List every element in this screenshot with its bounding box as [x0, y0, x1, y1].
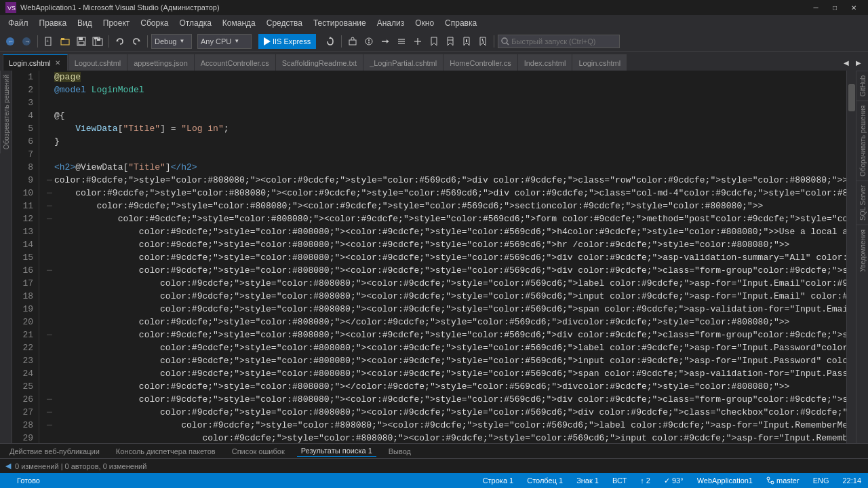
collapse-icon-12[interactable]: ─ — [45, 212, 54, 225]
status-lang[interactable]: ENG — [810, 476, 832, 485]
code-line-9: ─color:#9cdcfe;">style="color:#808080;">… — [42, 174, 844, 187]
status-sign[interactable]: Знак 1 — [574, 476, 601, 485]
new-file-button[interactable]: + — [41, 34, 56, 49]
tab-account-controller[interactable]: AccountController.cs — [195, 54, 275, 71]
attach-button[interactable] — [345, 34, 360, 49]
toolbar-btn-10[interactable] — [459, 34, 474, 49]
debug-mode-dropdown[interactable]: Debug ▼ — [151, 34, 192, 49]
toolbar-btn-6[interactable] — [378, 34, 393, 49]
redo-button[interactable] — [129, 34, 144, 49]
menu-help[interactable]: Справка — [439, 15, 482, 31]
cpu-dropdown[interactable]: Any CPU ▼ — [197, 34, 252, 49]
bottom-tab-errors[interactable]: Список ошибок — [228, 446, 289, 457]
code-area[interactable]: @page@model LoginModel@{ ViewData["Title… — [39, 71, 846, 443]
collapse-icon-21[interactable]: ─ — [45, 329, 54, 341]
menu-build[interactable]: Сборка — [135, 15, 174, 31]
vertical-scrollbar[interactable] — [846, 71, 856, 443]
status-ready[interactable]: Готово — [4, 476, 43, 485]
menu-view[interactable]: Вид — [72, 15, 98, 31]
quick-launch-input[interactable] — [511, 37, 616, 45]
collapse-icon-10[interactable]: ─ — [45, 187, 54, 200]
line-number-21: 21 — [15, 329, 33, 341]
status-encoding[interactable]: ВСТ — [610, 476, 629, 485]
toolbar-btn-5[interactable] — [361, 34, 376, 49]
maximize-button[interactable]: □ — [826, 1, 844, 14]
menu-project[interactable]: Проект — [98, 15, 136, 31]
play-button[interactable]: IIS Express — [258, 34, 316, 49]
status-branch[interactable]: master — [764, 476, 802, 485]
tab-scaffolding-readme[interactable]: ScaffoldingReadme.txt — [276, 54, 363, 71]
bottom-tab-console[interactable]: Консоль диспетчера пакетов — [112, 446, 220, 457]
status-zoom[interactable]: ✓ 93° — [661, 476, 686, 485]
sidebar-sql-server[interactable]: SQL Server — [856, 181, 868, 225]
quick-launch-box[interactable] — [498, 35, 620, 48]
tab-login-partial[interactable]: _LoginPartial.cshtml — [363, 54, 443, 71]
code-line-18: color:#9cdcfe;">style="color:#808080;"><… — [42, 290, 844, 303]
bottom-tab-output[interactable]: Вывод — [384, 446, 415, 457]
tab-logout-cshtml[interactable]: Logout.cshtml — [68, 54, 127, 71]
menu-analyze[interactable]: Анализ — [372, 15, 410, 31]
tab-close-button[interactable]: ✕ — [54, 58, 62, 67]
menu-test[interactable]: Тестирование — [308, 15, 372, 31]
sidebar-solution-explorer[interactable]: Обозреватель решений — [0, 71, 12, 153]
back-button[interactable]: ← — [3, 34, 18, 49]
line-number-24: 24 — [15, 367, 33, 380]
scrollbar-thumb[interactable] — [848, 84, 855, 111]
forward-button[interactable]: → — [19, 34, 34, 49]
save-all-button[interactable] — [90, 34, 105, 49]
menu-debug[interactable]: Отладка — [174, 15, 216, 31]
sidebar-wrap-solutions[interactable]: Оборачивать решения — [856, 100, 868, 181]
tab-scroll-left[interactable]: ◀ — [841, 54, 852, 71]
menu-team[interactable]: Команда — [217, 15, 261, 31]
tab-bar: Login.cshtml ✕ Logout.cshtml appsettings… — [0, 52, 868, 71]
minimize-button[interactable]: ─ — [807, 1, 825, 14]
menu-file[interactable]: Файл — [3, 15, 34, 31]
tab-scroll-right[interactable]: ▶ — [853, 54, 864, 71]
menu-window[interactable]: Окно — [410, 15, 439, 31]
toolbar-btn-11[interactable] — [475, 34, 490, 49]
collapse-icon-28[interactable]: ─ — [45, 419, 54, 432]
status-arrows[interactable]: ↑ 2 — [637, 476, 653, 485]
toolbar-btn-8[interactable] — [410, 34, 425, 49]
status-line[interactable]: Строка 1 — [480, 476, 517, 485]
line-number-9: 9 — [15, 174, 33, 187]
bottom-tab-search-results[interactable]: Результаты поиска 1 — [297, 445, 376, 457]
undo-button[interactable] — [113, 34, 127, 49]
tab-index-cshtml[interactable]: Index.cshtml — [518, 54, 572, 71]
svg-point-39 — [502, 38, 507, 43]
svg-text:VS: VS — [7, 5, 16, 12]
tab-login-cshtml-active[interactable]: Login.cshtml ✕ — [3, 54, 68, 71]
toolbar-btn-9[interactable] — [443, 34, 458, 49]
sidebar-notifications[interactable]: Уведомления — [856, 225, 868, 276]
line-numbers: 1234567891011121314151617181920212223242… — [12, 71, 39, 443]
svg-rect-9 — [61, 38, 64, 40]
save-button[interactable] — [74, 34, 89, 49]
menu-tools[interactable]: Средства — [261, 15, 308, 31]
collapse-icon-16[interactable]: ─ — [45, 264, 54, 277]
menu-bar: Файл Правка Вид Проект Сборка Отладка Ко… — [0, 15, 868, 31]
code-editor[interactable]: 1234567891011121314151617181920212223242… — [12, 71, 846, 443]
tab-label: Logout.cshtml — [75, 59, 121, 67]
tab-appsettings-json[interactable]: appsettings.json — [127, 54, 194, 71]
svg-marker-19 — [264, 37, 271, 45]
collapse-icon-27[interactable]: ─ — [45, 406, 54, 419]
code-line-27: ─ color:#9cdcfe;">style="color:#808080;"… — [42, 406, 844, 419]
toolbar-btn-7[interactable] — [394, 34, 409, 49]
status-col[interactable]: Столбец 1 — [524, 476, 566, 485]
sidebar-github[interactable]: GitHub — [856, 71, 868, 100]
menu-edit[interactable]: Правка — [34, 15, 73, 31]
collapse-icon-9[interactable]: ─ — [45, 174, 54, 187]
refresh-button[interactable] — [323, 34, 338, 49]
collapse-icon-11[interactable]: ─ — [45, 200, 54, 212]
collapse-icon-26[interactable]: ─ — [45, 393, 54, 406]
close-button[interactable]: ✕ — [845, 1, 863, 14]
open-file-button[interactable] — [58, 34, 73, 49]
bookmark-button[interactable] — [427, 34, 441, 49]
code-line-5: ViewData["Title"] = "Log in"; — [42, 122, 844, 135]
tab-home-controller[interactable]: HomeController.cs — [443, 54, 517, 71]
tab-label: HomeController.cs — [450, 59, 511, 67]
status-project[interactable]: WebApplication1 — [694, 476, 755, 485]
bottom-tab-publish[interactable]: Действие веб-публикации — [5, 446, 104, 457]
status-time[interactable]: 22:14 — [840, 476, 864, 485]
tab-login-cshtml-2[interactable]: Login.cshtml — [572, 54, 627, 71]
